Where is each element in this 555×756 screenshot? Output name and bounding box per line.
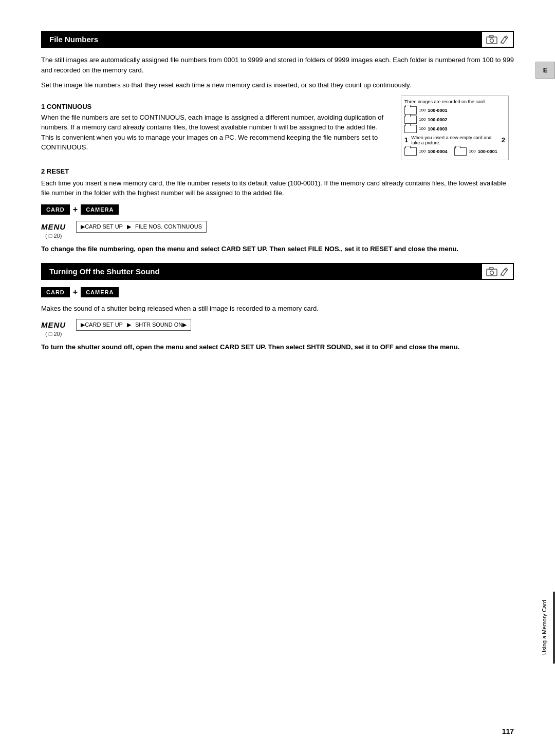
- page: E File Numbers The still imag: [0, 0, 555, 756]
- continuous-text-area: 1 CONTINUOUS When the file numbers are s…: [41, 96, 391, 160]
- folder-num-bl: 100: [419, 149, 425, 154]
- menu-arrow-1: ▶: [127, 223, 131, 230]
- section-shutter-sound: Turning Off the Shutter Sound CARD + CAM…: [41, 263, 514, 352]
- side-label-memory-card: Using a Memory Card: [535, 592, 555, 664]
- plus-sign-1: +: [73, 205, 78, 214]
- svg-rect-1: [489, 35, 493, 37]
- diag-bottom-right-folder: 100 100-0001: [454, 147, 497, 156]
- folder-icon-br: [454, 147, 467, 156]
- shutter-sound-title: Turning Off the Shutter Sound: [42, 264, 481, 279]
- side-tab-e: E: [535, 62, 555, 79]
- menu-item-2: SHTR SOUND ON▶: [135, 322, 187, 328]
- file-numbers-title: File Numbers: [42, 32, 481, 47]
- menu-section-2: MENU ▶CARD SET UP ▶ SHTR SOUND ON▶ ( □ 2…: [41, 319, 514, 337]
- diag-num-left: 1: [404, 136, 408, 144]
- camera-icon-2: [486, 267, 497, 276]
- diag-bottom-right: 100 100-0001: [454, 147, 497, 157]
- menu-label-2: MENU: [41, 320, 66, 329]
- file-name-br: 100-0001: [478, 149, 497, 154]
- side-tab-label: E: [543, 66, 548, 74]
- menu-path-item-1: ▶CARD SET UP: [81, 223, 123, 230]
- svg-point-2: [490, 39, 494, 42]
- section-file-numbers: File Numbers The still images are automa…: [41, 31, 514, 254]
- menu-ref-1: ( □ 20): [45, 233, 514, 239]
- folder-icon-bl: [404, 147, 417, 156]
- folder-num-2: 100: [419, 117, 425, 122]
- folder-num-br: 100: [469, 149, 475, 154]
- diagram-area: Three images are recorded on the card. 1…: [401, 96, 514, 160]
- menu-row-1: MENU ▶CARD SET UP ▶ FILE NOS. CONTINUOUS: [41, 221, 514, 233]
- file-numbers-para1: The still images are automatically assig…: [41, 55, 514, 75]
- badge-row-2: CARD + CAMERA: [41, 287, 514, 297]
- badge-camera-1: CAMERA: [81, 204, 119, 215]
- file-name-2: 100-0002: [428, 117, 447, 122]
- diag-middle: 1 When you insert a new empty card and t…: [404, 135, 505, 145]
- page-number: 117: [502, 727, 514, 735]
- menu-row-2: MENU ▶CARD SET UP ▶ SHTR SOUND ON▶: [41, 319, 514, 331]
- diag-bottom-left-folder: 100 100-0004: [404, 147, 447, 156]
- folder-icon-3: [404, 125, 417, 133]
- badge-row-1: CARD + CAMERA: [41, 204, 514, 215]
- reset-label: 2 RESET: [41, 167, 514, 175]
- continuous-section: 1 CONTINUOUS When the file numbers are s…: [41, 96, 514, 160]
- file-numbers-heading-box: File Numbers: [41, 31, 514, 48]
- badge-camera-2: CAMERA: [81, 287, 119, 297]
- menu-section-1: MENU ▶CARD SET UP ▶ FILE NOS. CONTINUOUS…: [41, 221, 514, 239]
- plus-sign-2: +: [73, 288, 78, 297]
- instruction-2: To turn the shutter sound off, open the …: [41, 342, 514, 352]
- diag-file3: 100 100-0003: [404, 125, 505, 133]
- svg-point-5: [490, 271, 494, 274]
- menu-ref-2: ( □ 20): [45, 331, 514, 337]
- diag-file2: 100 100-0002: [404, 116, 505, 124]
- diag-arrow-text: When you insert a new empty card and tak…: [411, 135, 498, 145]
- instruction-1: To change the file numbering, open the m…: [41, 244, 514, 254]
- heading-icons: [481, 32, 513, 47]
- folder-icon-1: [404, 106, 417, 115]
- folder-num-1: 100: [419, 108, 425, 112]
- diag-num-right: 2: [502, 136, 505, 144]
- shutter-para1: Makes the sound of a shutter being relea…: [41, 304, 514, 314]
- pencil-icon-2: [499, 267, 509, 276]
- continuous-diagram: Three images are recorded on the card. 1…: [401, 96, 509, 160]
- diag-top-text: Three images are recorded on the card.: [404, 99, 505, 104]
- shutter-heading-icons: [481, 264, 513, 279]
- file-name-3: 100-0003: [428, 126, 447, 131]
- diag-bottom-left: 100 100-0004: [404, 147, 447, 157]
- diag-file1: 100 100-0001: [404, 106, 505, 115]
- folder-num-3: 100: [419, 126, 425, 131]
- menu-path-item-2: ▶CARD SET UP: [81, 322, 123, 328]
- file-numbers-para2: Set the image file numbers so that they …: [41, 80, 514, 90]
- folder-icon-2: [404, 116, 417, 124]
- file-name-1: 100-0001: [428, 108, 447, 113]
- menu-path-box-2: ▶CARD SET UP ▶ SHTR SOUND ON▶: [76, 319, 191, 331]
- continuous-label: 1 CONTINUOUS: [41, 103, 391, 110]
- badge-card-2: CARD: [41, 287, 70, 297]
- menu-path-box-1: ▶CARD SET UP ▶ FILE NOS. CONTINUOUS: [76, 221, 207, 233]
- diag-bottom: 100 100-0004 100 100-0001: [404, 147, 505, 157]
- menu-item-1: FILE NOS. CONTINUOUS: [135, 223, 202, 230]
- continuous-text: When the file numbers are set to CONTINU…: [41, 112, 391, 153]
- shutter-sound-heading-box: Turning Off the Shutter Sound: [41, 263, 514, 280]
- menu-label-1: MENU: [41, 222, 66, 231]
- file-name-bl: 100-0004: [428, 149, 447, 154]
- svg-rect-4: [489, 268, 493, 270]
- menu-arrow-2: ▶: [127, 322, 131, 328]
- camera-icon: [486, 35, 497, 44]
- badge-card-1: CARD: [41, 204, 70, 215]
- reset-text: Each time you insert a new memory card, …: [41, 178, 514, 198]
- pencil-icon: [499, 35, 509, 44]
